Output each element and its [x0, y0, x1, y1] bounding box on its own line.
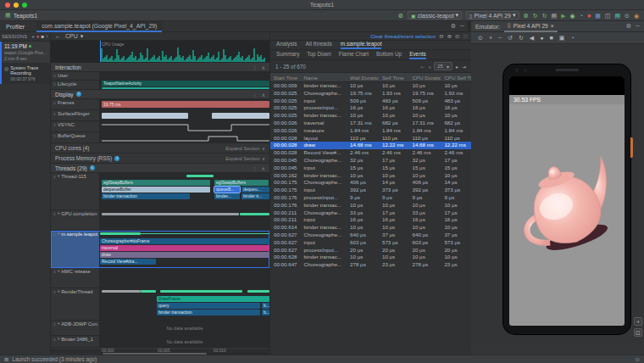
frames-track-label[interactable]: ≡Frames — [51, 99, 100, 109]
interaction-section-header[interactable]: Interaction ⋮∧ — [51, 63, 269, 72]
column-header[interactable]: Start Time — [270, 73, 301, 81]
apply-changes-icon[interactable]: ↻ — [533, 12, 538, 20]
clear-selection-link[interactable]: Clear thread/event selection — [370, 33, 436, 39]
end-session-icon[interactable]: ■ — [41, 34, 44, 39]
event-row[interactable]: 00:00.025input509 µs483 µs509 µs483 µs — [270, 98, 471, 105]
terminal-icon[interactable]: ⊞ — [4, 356, 8, 363]
event-row[interactable]: 00:00.025Choreographe...19.75 ms1.93 ms1… — [270, 90, 471, 98]
search-everywhere-icon[interactable]: ⊙ — [636, 356, 640, 363]
column-header[interactable]: CPU Self Time — [441, 73, 471, 81]
rotate-right-icon[interactable]: ↻ — [519, 35, 524, 42]
volume-down-icon[interactable]: − — [498, 35, 502, 41]
subtab-top-down[interactable]: Top Down — [307, 51, 330, 59]
prev-page-icon[interactable]: ◂ — [428, 64, 430, 70]
subtab-flame-chart[interactable]: Flame Chart — [339, 51, 369, 59]
kebab-menu-icon[interactable]: ⋮ — [253, 92, 258, 98]
event-row[interactable]: 00:00.045input15 µs15 µs15 µs15 µs — [270, 165, 471, 172]
zoom-in-icon[interactable]: ⊕ — [447, 33, 452, 40]
zoom-in-button[interactable]: + — [634, 317, 642, 326]
event-row[interactable]: 00:00.628binder transac...10 µs10 µs10 µ… — [270, 254, 471, 261]
next-page-icon[interactable]: ▸ — [456, 64, 458, 70]
logcat-icon[interactable]: ▤ — [614, 12, 620, 20]
event-row[interactable]: 00:00.025processInput...16 µs16 µs16 µs1… — [270, 104, 471, 112]
cpu-cores-section[interactable]: CPU cores (4) Expand Section∨ — [51, 143, 269, 154]
last-page-icon[interactable]: ⇥ — [462, 64, 466, 70]
wrench-icon[interactable]: ⚙ — [524, 12, 529, 20]
event-row[interactable]: 00:00.614binder transac...10 µs10 µs10 µ… — [270, 224, 471, 232]
wrench-icon[interactable]: ⚙ — [398, 12, 403, 20]
trace-event-bar[interactable]: query — [157, 303, 260, 309]
threads-section-header[interactable]: Threads (29)i ⋮∧ — [51, 164, 269, 173]
trace-event-bar[interactable]: binder... — [214, 193, 240, 199]
column-header[interactable]: Name — [301, 73, 347, 81]
device-dropdown[interactable]: ▯ Pixel 4 API 29 ▾ — [466, 11, 519, 20]
gear-icon[interactable]: ⚙ — [626, 23, 631, 30]
project-selector[interactable]: ▦ Teapots1 — [5, 12, 37, 19]
profiler-type-dropdown[interactable]: CPU ▾ — [65, 33, 83, 40]
display-section-header[interactable]: Displayi ⋮∧ — [51, 90, 269, 99]
system-trace-artifact[interactable]: ◎ System Trace Recording 00:00:37.978 — [0, 63, 50, 84]
minimize-icon[interactable]: ─ — [460, 23, 464, 30]
power-icon[interactable]: ⊙ — [478, 35, 483, 42]
event-row[interactable]: 00:00.211input16 µs16 µs16 µs16 µs — [270, 216, 471, 224]
frame-duration-bar[interactable]: 19.75 ms — [102, 101, 269, 108]
thread-115-label[interactable]: ≡▾Thread-115 — [51, 173, 100, 209]
surfaceflinger-track-label[interactable]: ≡SurfaceFlinger — [51, 110, 100, 120]
event-row[interactable]: 00:00.162binder transac...10 µs10 µs10 µ… — [270, 172, 471, 180]
event-row[interactable]: 00:00.028Record View#...2.46 ms2.46 ms2.… — [270, 149, 471, 157]
event-row[interactable]: 00:00.647Choreographe...278 µs23 µs278 µ… — [270, 261, 471, 269]
teapot-thread-label[interactable]: ≡▾m.sample.teapot — [51, 231, 100, 267]
export-icon[interactable]: ↑ — [46, 34, 48, 39]
event-row[interactable]: 00:00.211Choreographe...33 µs17 µs33 µs1… — [270, 209, 471, 217]
trace-event-bar-draw-selected[interactable]: draw — [100, 252, 269, 258]
snapshots-icon[interactable]: ◔ — [570, 35, 574, 41]
trace-event-bar[interactable]: binder transaction — [157, 310, 260, 316]
back-button[interactable]: ← — [55, 33, 61, 39]
event-row[interactable]: 00:00.176processInput...9 µs9 µs9 µs9 µs — [270, 194, 471, 202]
event-row[interactable]: 00:00.627processInput...20 µs20 µs20 µs2… — [270, 247, 471, 254]
event-row[interactable]: 00:00.175Choreographe...406 µs14 µs406 µ… — [270, 179, 471, 187]
trace-event-bar[interactable]: Record View#dra... — [100, 259, 156, 265]
cpu-usage-chart[interactable]: CPU Usage — [51, 41, 269, 63]
vsync-track-label[interactable]: ≡VSYNC — [51, 121, 100, 131]
coverage-icon[interactable]: ◫ — [605, 12, 611, 20]
debug-icon[interactable]: ◉ — [570, 12, 575, 20]
collapse-icon[interactable]: ∧ — [262, 92, 265, 98]
trace-event-bar[interactable]: dequeueBuffer — [102, 187, 210, 193]
kebab-menu-icon[interactable]: ⋮ — [253, 165, 258, 171]
volume-up-icon[interactable]: + — [489, 35, 492, 41]
trace-event-bar[interactable]: DrawFrame — [157, 296, 269, 302]
tab-all-threads[interactable]: All threads — [306, 41, 332, 49]
column-header[interactable]: CPU Duration — [409, 73, 441, 81]
trace-event-bar[interactable]: eglSwapBuffers — [102, 180, 210, 186]
trace-event-bar[interactable]: traversal — [100, 245, 269, 251]
event-row[interactable]: 00:00.176binder transac...10 µs10 µs10 µ… — [270, 202, 471, 209]
page-size-dropdown[interactable]: 25▾ — [434, 62, 452, 70]
event-row[interactable]: 00:00.009binder transac...10 µs10 µs10 µ… — [270, 82, 471, 90]
surfaceflinger-bar[interactable] — [212, 113, 269, 119]
reset-zoom-icon[interactable]: ⊙ — [455, 33, 459, 40]
attach-debugger-icon[interactable]: ▦ — [595, 12, 601, 20]
surfaceflinger-bar[interactable] — [102, 113, 188, 119]
run-configuration-dropdown[interactable]: ▣ classic-teapot ▾ — [408, 11, 462, 20]
bufferqueue-track-label[interactable]: ≡BufferQueue — [51, 132, 100, 142]
session-item[interactable]: 11:19 PM teapot (Google Pixel_4_API_29) … — [0, 42, 50, 63]
lifecycle-track-label[interactable]: ≡Lifecycle — [51, 81, 100, 89]
tab-m-sample-teapot[interactable]: m.sample.teapot — [341, 41, 382, 49]
run-icon[interactable]: ▶ — [561, 12, 565, 20]
record-icon[interactable]: ● — [36, 34, 40, 39]
collapse-icon[interactable]: ∧ — [262, 64, 265, 70]
trace-event-bar[interactable]: binder transaction — [102, 193, 190, 199]
close-icon[interactable]: × — [551, 23, 554, 29]
binder-label[interactable]: ≡▾Binder:3486_1 — [51, 336, 100, 347]
event-row[interactable]: 00:00.028layout110 µs110 µs110 µs110 µs — [270, 135, 471, 142]
stop-icon[interactable]: ■ — [587, 12, 591, 20]
first-page-icon[interactable]: ⇤ — [420, 64, 425, 70]
apply-code-changes-icon[interactable]: ↻ — [542, 12, 547, 20]
profiler-session-tab[interactable]: com.sample.teapot (Google Pixel_4_API_29… — [36, 21, 162, 32]
event-row[interactable]: 00:00.175input392 µs373 µs392 µs373 µs — [270, 187, 471, 194]
event-row[interactable]: 00:00.045Choreographe...32 µs17 µs32 µs1… — [270, 157, 471, 165]
subtab-summary[interactable]: Summary — [276, 51, 299, 59]
event-row[interactable]: 00:00.025binder transac...10 µs10 µs10 µ… — [270, 112, 471, 120]
event-row[interactable]: 00:00.028draw14.68 ms12.22 ms14.68 ms12.… — [270, 142, 471, 149]
